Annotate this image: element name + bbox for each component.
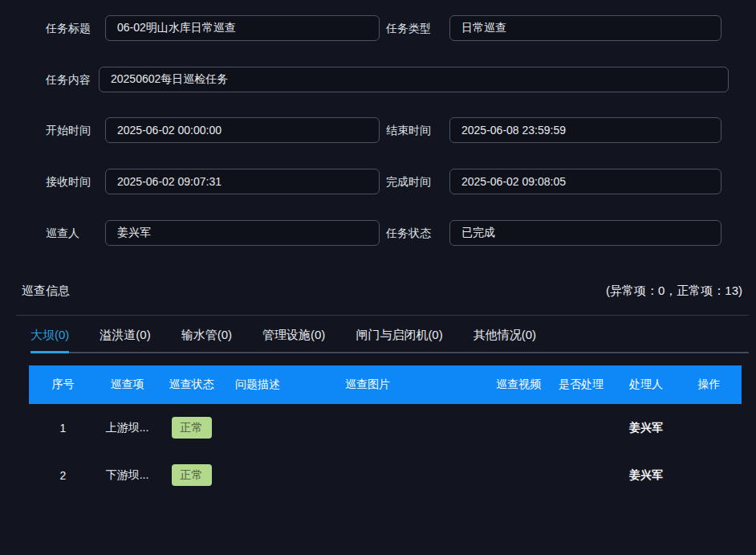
- tab-other[interactable]: 其他情况(0): [474, 326, 536, 352]
- header-no: 序号: [29, 377, 97, 392]
- row-number: 1: [29, 422, 97, 435]
- receive-time-input[interactable]: [105, 169, 380, 194]
- task-title-label: 任务标题: [46, 15, 91, 41]
- finish-time-label: 完成时间: [386, 169, 431, 194]
- header-video: 巡查视频: [490, 377, 547, 392]
- header-handled: 是否处理: [547, 377, 616, 392]
- row-number: 2: [29, 469, 97, 482]
- finish-time-input[interactable]: [449, 169, 721, 194]
- inspection-summary-count: (异常项：0，正常项：13): [606, 284, 742, 299]
- header-actions: 操作: [677, 377, 742, 392]
- start-time-input[interactable]: [105, 117, 380, 143]
- header-status: 巡查状态: [157, 377, 226, 392]
- tab-gate-hoist[interactable]: 闸门与启闭机(0): [356, 326, 442, 352]
- end-time-label: 结束时间: [386, 117, 431, 143]
- end-time-input[interactable]: [449, 117, 721, 143]
- task-status-label: 任务状态: [386, 220, 431, 246]
- inspection-item: 上游坝...: [97, 421, 157, 435]
- handler-name: 姜兴军: [616, 468, 677, 483]
- tab-dam[interactable]: 大坝(0): [30, 326, 69, 353]
- inspector-label: 巡查人: [46, 220, 79, 246]
- task-content-input[interactable]: [99, 67, 729, 92]
- status-badge: 正常: [172, 417, 212, 439]
- status-cell: 正常: [157, 464, 226, 486]
- task-type-label: 任务类型: [386, 15, 431, 41]
- start-time-label: 开始时间: [46, 117, 91, 143]
- task-title-input[interactable]: [105, 15, 380, 41]
- task-detail-page: 任务标题 任务类型 任务内容 开始时间 结束时间 接收时间 完成时间 巡查人 任…: [0, 0, 756, 555]
- tab-management-facility[interactable]: 管理设施(0): [262, 326, 325, 352]
- task-status-input[interactable]: [449, 220, 721, 246]
- handler-name: 姜兴军: [616, 421, 677, 435]
- task-type-input[interactable]: [449, 15, 721, 41]
- inspection-item: 下游坝...: [97, 468, 157, 483]
- table-row: 1 上游坝... 正常 姜兴军: [29, 404, 742, 451]
- table-header: 序号 巡查项 巡查状态 问题描述 巡查图片 巡查视频 是否处理 处理人 操作: [29, 365, 742, 404]
- inspector-input[interactable]: [105, 220, 380, 246]
- section-divider: [16, 315, 749, 316]
- task-content-label: 任务内容: [46, 67, 91, 92]
- inspection-table: 序号 巡查项 巡查状态 问题描述 巡查图片 巡查视频 是否处理 处理人 操作 1…: [29, 365, 742, 499]
- header-handler: 处理人: [616, 377, 677, 392]
- header-problem-desc: 问题描述: [226, 377, 290, 392]
- tab-spillway[interactable]: 溢洪道(0): [100, 326, 150, 352]
- status-cell: 正常: [157, 417, 226, 439]
- receive-time-label: 接收时间: [46, 169, 91, 194]
- tab-water-pipe[interactable]: 输水管(0): [181, 326, 232, 352]
- header-item: 巡查项: [97, 377, 157, 392]
- header-photo: 巡查图片: [290, 377, 490, 392]
- status-badge: 正常: [172, 464, 212, 486]
- inspection-info-title: 巡查信息: [22, 284, 70, 299]
- inspection-tabs: 大坝(0) 溢洪道(0) 输水管(0) 管理设施(0) 闸门与启闭机(0) 其他…: [30, 326, 749, 353]
- table-row: 2 下游坝... 正常 姜兴军: [29, 451, 742, 499]
